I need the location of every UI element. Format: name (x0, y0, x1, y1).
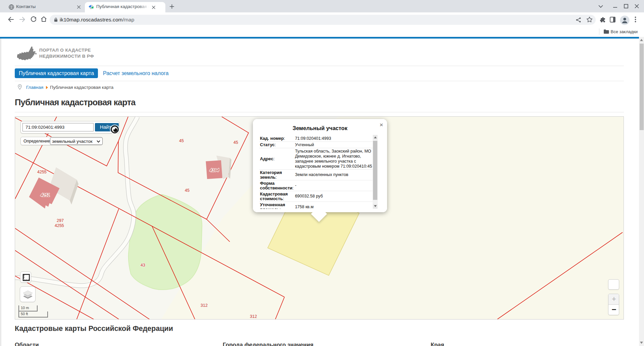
svg-text:4184: 4184 (210, 168, 219, 173)
svg-text:45: 45 (233, 140, 238, 145)
svg-text:4255: 4255 (55, 223, 64, 228)
svg-text:4255: 4255 (37, 170, 47, 174)
svg-text:312: 312 (250, 314, 257, 319)
svg-text:4251: 4251 (41, 193, 50, 197)
svg-text:312: 312 (201, 303, 208, 308)
svg-text:45: 45 (185, 188, 190, 193)
svg-text:45: 45 (179, 138, 184, 143)
svg-text:43: 43 (141, 263, 145, 268)
svg-text:297: 297 (57, 218, 64, 223)
